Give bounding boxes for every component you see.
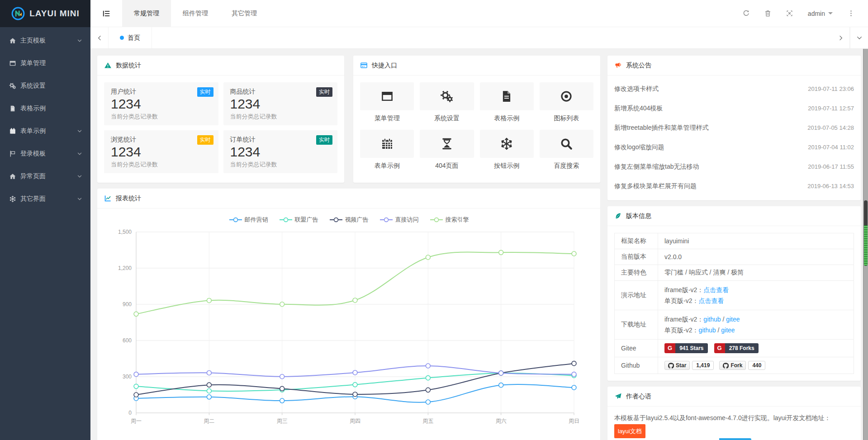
legend-item-3[interactable]: 视频广告 xyxy=(329,216,369,224)
legend-label: 联盟广告 xyxy=(295,216,318,224)
version-link[interactable]: 点击查看 xyxy=(698,297,724,304)
stats-grid: 用户统计1234当前分类总记录数实时商品统计1234当前分类总记录数实时浏览统计… xyxy=(97,76,344,180)
sidebar-item-2[interactable]: 菜单管理 xyxy=(0,52,90,75)
data-point[interactable] xyxy=(134,372,138,377)
sidebar-item-4[interactable]: 表格示例 xyxy=(0,97,90,120)
version-link[interactable]: 点击查看 xyxy=(703,286,729,293)
tab-home[interactable]: 首页 xyxy=(109,27,152,48)
refresh-button[interactable] xyxy=(735,0,757,27)
data-point[interactable] xyxy=(499,371,503,375)
data-point[interactable] xyxy=(280,302,285,307)
data-point[interactable] xyxy=(426,388,430,392)
quick-entry-7[interactable]: 按钮示例 xyxy=(480,130,534,170)
quick-entry-icon-box xyxy=(420,130,474,158)
sidebar-item-6[interactable]: 登录模板 xyxy=(0,142,90,165)
data-point[interactable] xyxy=(280,374,285,379)
github-count[interactable]: 440 xyxy=(748,361,765,370)
data-point[interactable] xyxy=(207,395,211,399)
data-point[interactable] xyxy=(426,255,430,260)
sidebar-item-3[interactable]: 系统设置 xyxy=(0,75,90,97)
quick-entry-8[interactable]: 百度搜索 xyxy=(540,130,593,170)
layui-doc-badge[interactable]: layui文档 xyxy=(614,424,645,438)
chart-card: 报表统计 邮件营销联盟广告视频广告直接访问搜索引擎 03006009001,20… xyxy=(97,189,600,440)
data-point[interactable] xyxy=(572,361,576,366)
sidebar-item-1[interactable]: 主页模板 xyxy=(0,29,90,52)
stat-box-4[interactable]: 订单统计1234当前分类总记录数实时 xyxy=(223,130,338,173)
quick-entry-4[interactable]: 图标列表 xyxy=(540,82,593,123)
tab-menu-button[interactable] xyxy=(850,27,868,48)
qq-group-badge[interactable]: 加入QQ群 xyxy=(708,438,751,440)
quick-entry-6[interactable]: 404页面 xyxy=(420,130,474,170)
data-point[interactable] xyxy=(134,384,138,388)
data-point[interactable] xyxy=(207,383,211,387)
announcement-row-2[interactable]: 新增系统404模板2019-07-11 12:57 xyxy=(614,99,854,118)
data-point[interactable] xyxy=(572,251,576,256)
content-right-column: 系统公告 修改选项卡样式2019-07-11 23:06新增系统404模板201… xyxy=(607,56,861,440)
stat-box-3[interactable]: 浏览统计1234当前分类总记录数实时 xyxy=(104,130,218,173)
legend-item-4[interactable]: 直接访问 xyxy=(379,216,419,224)
data-point[interactable] xyxy=(134,393,138,397)
fullscreen-button[interactable] xyxy=(779,0,801,27)
version-row-1: 框架名称layuimini xyxy=(615,233,854,249)
quick-entry-3[interactable]: 表格示例 xyxy=(480,82,534,123)
sidebar-item-5[interactable]: 表单示例 xyxy=(0,120,90,142)
gitee-badge[interactable]: G941 Stars xyxy=(664,343,708,353)
announcement-row-3[interactable]: 新增treetable插件和菜单管理样式2019-07-05 14:28 xyxy=(614,118,854,137)
window-icon xyxy=(9,60,16,67)
version-link[interactable]: gitee xyxy=(721,326,735,334)
legend-item-5[interactable]: 搜索引擎 xyxy=(430,216,469,224)
collapse-menu-button[interactable] xyxy=(90,0,122,27)
navbar-tab-3[interactable]: 其它管理 xyxy=(220,0,269,27)
quick-entry-1[interactable]: 菜单管理 xyxy=(360,82,414,123)
data-point[interactable] xyxy=(426,364,430,368)
data-point[interactable] xyxy=(353,383,357,387)
data-point[interactable] xyxy=(353,392,357,397)
quick-entry-2[interactable]: 系统设置 xyxy=(420,82,474,123)
stat-box-2[interactable]: 商品统计1234当前分类总记录数实时 xyxy=(223,82,338,125)
announcement-row-1[interactable]: 修改选项卡样式2019-07-11 23:06 xyxy=(614,79,854,99)
github-count[interactable]: 1,419 xyxy=(692,361,714,370)
gitee-badge[interactable]: G278 Forks xyxy=(714,343,759,353)
data-point[interactable] xyxy=(207,370,211,375)
target-icon xyxy=(560,90,573,103)
logo[interactable]: LAYUI MINI xyxy=(0,0,90,27)
data-point[interactable] xyxy=(280,386,285,391)
navbar-tab-2[interactable]: 组件管理 xyxy=(171,0,220,27)
data-point[interactable] xyxy=(353,370,357,375)
data-point[interactable] xyxy=(499,383,503,388)
more-options-button[interactable] xyxy=(840,0,862,27)
data-point[interactable] xyxy=(572,385,576,390)
data-point[interactable] xyxy=(572,372,576,377)
chevron-down-icon xyxy=(856,35,863,41)
stat-box-1[interactable]: 用户统计1234当前分类总记录数实时 xyxy=(104,82,218,125)
data-point[interactable] xyxy=(426,376,430,380)
data-point[interactable] xyxy=(134,312,138,316)
stat-badge: 实时 xyxy=(316,135,332,145)
version-link[interactable]: github xyxy=(698,326,716,334)
legend-item-1[interactable]: 邮件营销 xyxy=(229,216,268,224)
scrollbar-thumb[interactable] xyxy=(864,200,868,266)
data-point[interactable] xyxy=(280,398,285,403)
sidebar-item-8[interactable]: 其它界面 xyxy=(0,188,90,210)
user-dropdown[interactable]: admin xyxy=(801,0,840,27)
scrollbar-track[interactable] xyxy=(863,49,868,440)
legend-item-2[interactable]: 联盟广告 xyxy=(279,216,318,224)
github-star-button[interactable]: Star xyxy=(664,361,690,370)
announcement-row-5[interactable]: 修复左侧菜单缩放tab无法移动2019-06-17 11:55 xyxy=(614,157,854,176)
data-point[interactable] xyxy=(207,388,211,393)
announcement-row-6[interactable]: 修复多模块菜单栏展开有问题2019-06-13 14:53 xyxy=(614,176,854,196)
data-point[interactable] xyxy=(499,250,503,255)
github-fork-button[interactable]: Fork xyxy=(719,361,746,370)
announcement-row-4[interactable]: 修改logo缩放问题2019-07-04 11:02 xyxy=(614,137,854,157)
version-link[interactable]: gitee xyxy=(726,316,740,323)
trash-button[interactable] xyxy=(757,0,779,27)
tab-scroll-right-button[interactable] xyxy=(832,27,850,48)
data-point[interactable] xyxy=(207,298,211,303)
sidebar-item-7[interactable]: 异常页面 xyxy=(0,165,90,188)
quick-entry-5[interactable]: 表单示例 xyxy=(360,130,414,170)
data-point[interactable] xyxy=(353,298,357,303)
navbar-tab-1[interactable]: 常规管理 xyxy=(122,0,171,27)
version-link[interactable]: github xyxy=(703,316,721,323)
tab-scroll-left-button[interactable] xyxy=(90,27,109,48)
data-point[interactable] xyxy=(426,400,430,404)
